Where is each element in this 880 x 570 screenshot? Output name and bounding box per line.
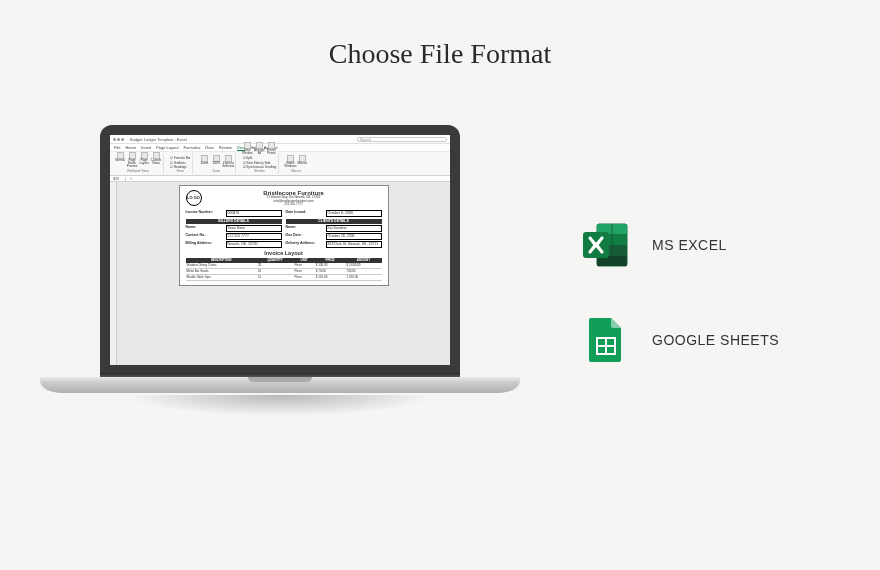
invoice-number: 000876: [226, 210, 282, 217]
option-label: GOOGLE SHEETS: [652, 332, 779, 348]
menu-review: Review: [219, 145, 232, 150]
google-sheets-icon: [580, 315, 630, 365]
spreadsheet-grid: LO GO Bristlecone Furniture 11 Watson Wa…: [110, 182, 450, 365]
page-title: Choose File Format: [0, 38, 880, 70]
format-options: MS EXCEL GOOGLE SHEETS: [580, 220, 779, 365]
invoice-table: DESCRIPTION QUANTITY UNIT PRICE AMOUNT W…: [186, 258, 382, 281]
window-controls: [113, 138, 124, 141]
window-title: Budget Ledger Template · Excel: [130, 137, 187, 142]
clients-header: CLIENTS DETAILS: [286, 219, 382, 224]
excel-menu-bar: File Home Insert Page Layout Formulas Da…: [110, 144, 450, 152]
laptop-screen: Budget Ledger Template · Excel Search Fi…: [100, 125, 460, 375]
laptop-base: [40, 377, 520, 393]
date-issued-label: Date Issued:: [286, 210, 326, 217]
option-ms-excel[interactable]: MS EXCEL: [580, 220, 779, 270]
laptop-shadow: [60, 395, 500, 445]
content-row: Budget Ledger Template · Excel Search Fi…: [0, 125, 880, 460]
excel-app-screenshot: Budget Ledger Template · Excel Search Fi…: [110, 135, 450, 365]
row-headers: [110, 182, 117, 365]
option-google-sheets[interactable]: GOOGLE SHEETS: [580, 315, 779, 365]
menu-data: Data: [205, 145, 213, 150]
option-label: MS EXCEL: [652, 237, 727, 253]
page-layout-view: LO GO Bristlecone Furniture 11 Watson Wa…: [117, 182, 450, 365]
menu-page-layout: Page Layout: [156, 145, 178, 150]
ribbon-group-zoom: Zoom 100% Zoom to Selection Zoom: [197, 153, 236, 174]
menu-formulas: Formulas: [184, 145, 201, 150]
ribbon-group-macros: Switch Windows Macros Macros: [283, 153, 309, 174]
laptop-preview: Budget Ledger Template · Excel Search Fi…: [40, 125, 520, 460]
ribbon-group-views: Normal Page Break Preview Page Layout Cu…: [113, 153, 164, 174]
excel-titlebar: Budget Ledger Template · Excel Search: [110, 135, 450, 144]
company-phone: 222 555 7777: [206, 203, 382, 207]
invoice-number-label: Invoice Number:: [186, 210, 226, 217]
search-box: Search: [357, 137, 447, 142]
excel-icon: [580, 220, 630, 270]
invoice-document: LO GO Bristlecone Furniture 11 Watson Wa…: [179, 185, 389, 286]
date-issued: October 8, 2030: [326, 210, 382, 217]
cell-reference: S25: [112, 177, 126, 181]
table-row: Marble Table Tops15Piece$ 110.001,760.00: [186, 274, 382, 280]
ribbon-group-show: Formula Bar Gridlines Headings Show: [168, 153, 193, 174]
menu-file: File: [114, 145, 120, 150]
excel-ribbon: Normal Page Break Preview Page Layout Cu…: [110, 152, 450, 176]
ribbon-group-window: New Window Arrange All Freeze Panes Spli…: [240, 153, 279, 174]
menu-home: Home: [125, 145, 136, 150]
invoice-layout-title: Invoice Layout: [186, 250, 382, 256]
menu-insert: Insert: [141, 145, 151, 150]
billers-header: BILLERS DETAILS: [186, 219, 282, 224]
logo-placeholder: LO GO: [186, 190, 202, 206]
